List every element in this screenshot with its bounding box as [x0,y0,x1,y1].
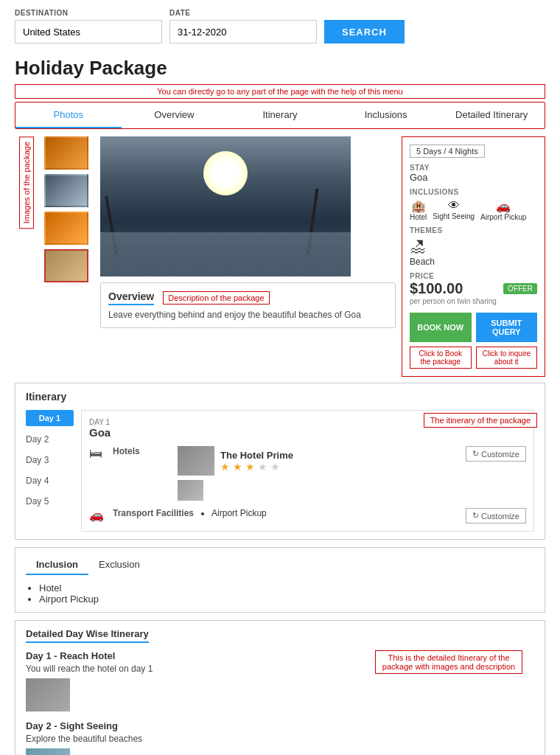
tab-overview[interactable]: Overview [122,102,228,128]
themes-row: THEMES 🏖 Beach [410,226,537,267]
book-now-button[interactable]: BOOK NOW [410,313,472,342]
themes-label: THEMES [410,226,537,234]
hotel-name: The Hotel Prime [220,450,293,461]
package-nav: Photos Overview Itinerary Inclusions Det… [15,102,545,129]
transport-item-1: Airport Pickup [211,508,460,518]
detailed-itinerary-section: Detailed Day Wise Itinerary This is the … [15,620,545,755]
submit-query-button[interactable]: SUBMIT QUERY [476,313,538,342]
itinerary-title: Itinerary [26,391,534,403]
transport-icon: 🚗 [89,508,107,522]
hotel-label: Hotel [410,213,427,221]
hotel-name-stars: The Hotel Prime ★ ★ ★ ★ ★ [220,450,293,473]
query-annotation: Click to inquire about it [476,347,538,369]
day-3-link[interactable]: Day 3 [26,453,74,467]
price-value: $100.00 [410,280,463,297]
active-day-place: Goa [89,426,526,439]
day-2-link[interactable]: Day 2 [26,432,74,447]
search-button[interactable]: SEARCH [324,20,405,44]
itinerary-section: Itinerary The itinerary of the package D… [15,383,545,540]
hotel-details: The Hotel Prime ★ ★ ★ ★ ★ [178,446,460,501]
hotel-row: 🛏 Hotels The Hotel Prime ★ ★ ★ [89,446,526,501]
itinerary-layout: Day 1 Day 2 Day 3 Day 4 Day 5 DAY 1 Goa … [26,410,534,532]
button-annotations: Click to Book the package Click to inqui… [410,347,537,369]
destination-label: DESTINATION [15,9,162,17]
sightseeing-label: Sight Seeing [433,212,475,220]
airport-icon: 🚗 [496,199,511,213]
price-label: PRICE [410,272,537,280]
inclusion-item-airport: Airport Pickup [39,594,534,605]
thumb-3[interactable] [44,212,88,245]
tab-detailed-itinerary[interactable]: Detailed Itinerary [438,102,545,128]
star-2: ★ [233,461,242,473]
inclusion-list: Hotel Airport Pickup [26,582,534,605]
customize-transport-button[interactable]: ↻ Customize [466,508,526,523]
nav-tabs: Photos Overview Itinerary Inclusions Det… [15,102,545,128]
room-ann-wrap: ↻ Customize [466,446,526,462]
star-1: ★ [220,461,230,473]
star-5: ★ [270,461,280,473]
refresh-transport-icon: ↻ [472,511,479,521]
price-row: PRICE $100.00 OFFER per person on twin s… [410,272,537,305]
hotel-room-img [178,480,460,501]
detail-day-2-desc: Explore the beautiful beaches [26,734,534,744]
inclusions-row: INCLUSIONS 🏨 Hotel 👁 Sight Seeing 🚗 A [410,188,537,221]
book-annotation: Click to Book the package [410,347,472,369]
date-input[interactable] [169,20,317,44]
inclusion-airport: 🚗 Airport Pickup [480,199,526,221]
inclusion-tab[interactable]: Inclusion [26,555,88,575]
day-4-link[interactable]: Day 4 [26,473,74,488]
hotel-info: The Hotel Prime ★ ★ ★ ★ ★ [178,446,460,476]
bed-icon: 🛏 [89,446,107,462]
inclusion-tabs: Inclusion Exclusion [26,555,534,575]
tab-inclusions[interactable]: Inclusions [333,102,439,128]
overview-annotation: Description of the package [163,291,269,305]
itinerary-annotation: The itinerary of the package [424,413,537,428]
thumb-2[interactable] [44,174,88,207]
action-buttons: BOOK NOW SUBMIT QUERY [410,313,537,342]
inclusion-item-hotel: Hotel [39,582,534,594]
search-bar: DESTINATION DATE SEARCH [0,0,560,51]
detail-day-2-img [26,748,70,755]
tab-photos[interactable]: Photos [15,102,122,128]
beach-icon: 🏖 [410,237,426,257]
itinerary-content: DAY 1 Goa 🛏 Hotels The Hotel Prime ★ [81,410,534,532]
tab-itinerary[interactable]: Itinerary [227,102,333,128]
overview-description: Leave everything behind and enjoy the be… [108,310,388,320]
thumb-1[interactable] [44,136,88,170]
transport-row: 🚗 Transport Facilities Airport Pickup ↻ … [89,508,526,523]
main-photo [100,136,351,276]
thumbnails-annotation: Images of the package [19,136,34,229]
detail-itin-title: Detailed Day Wise Itinerary [26,628,149,643]
destination-input[interactable] [15,20,162,44]
exclusion-tab[interactable]: Exclusion [88,555,150,575]
package-badge: 5 Days / 4 Nights [410,145,485,158]
hotel-stars: ★ ★ ★ ★ ★ [220,461,293,473]
overview-section: Overview Description of the package Leav… [100,282,396,328]
inclusion-section: Inclusion Exclusion Hotel Airport Pickup… [15,547,545,613]
date-label: DATE [169,9,317,17]
nav-annotation: You can directly go to any part of the p… [15,84,545,99]
destination-field: DESTINATION [15,9,162,44]
transport-detail: Airport Pickup [200,508,460,518]
day-1-button[interactable]: Day 1 [26,410,74,426]
refresh-icon: ↻ [472,449,479,459]
stay-value: Goa [410,172,537,183]
star-3: ★ [245,461,255,473]
overview-title: Overview [108,290,154,305]
hotel-image [178,446,214,476]
transport-label: Transport Facilities [113,508,194,518]
detail-day-2: Day 2 - Sight Seeing Explore the beautif… [26,720,534,755]
stay-row: STAY Goa [410,164,537,183]
day-list: Day 1 Day 2 Day 3 Day 4 Day 5 [26,410,74,532]
day-5-link[interactable]: Day 5 [26,494,74,509]
thumb-4[interactable] [44,249,88,282]
airport-label: Airport Pickup [480,213,526,221]
thumbnail-list [44,136,88,282]
stay-label: STAY [410,164,537,172]
detail-itin-annotation: This is the detailed Itinerary of the pa… [375,650,522,674]
customize-hotel-button[interactable]: ↻ Customize [466,446,526,462]
hotels-label: Hotels [113,446,172,456]
transport-label-wrap: Transport Facilities [113,508,194,518]
room-image [178,480,203,501]
inclusion-hotel: 🏨 Hotel [410,199,427,221]
